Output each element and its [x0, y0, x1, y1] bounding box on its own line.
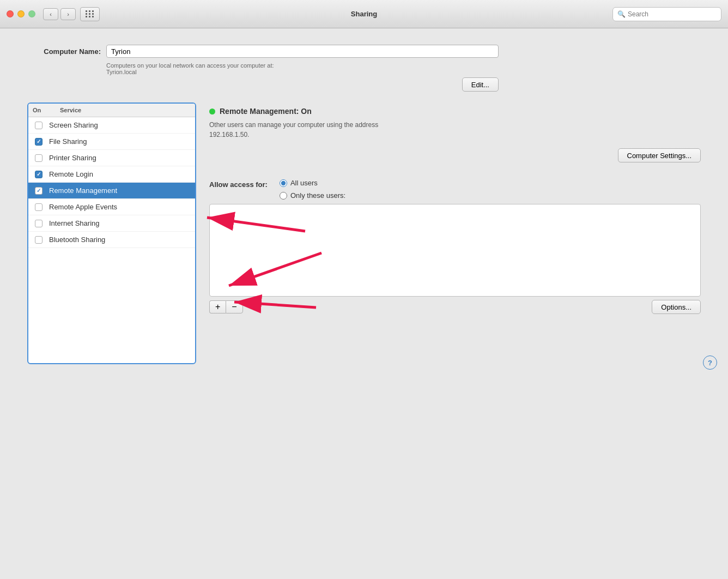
checkbox-bluetooth-sharing[interactable] [35, 236, 43, 244]
users-controls: + − Options... [209, 300, 701, 314]
service-name-file-sharing: File Sharing [49, 137, 87, 146]
checkbox-printer-sharing[interactable] [35, 154, 43, 162]
services-panel: On Service Screen Sharing File Sharing P… [27, 102, 701, 364]
service-name-remote-login: Remote Login [49, 170, 93, 178]
titlebar: ‹ › Sharing 🔍 [0, 0, 728, 28]
computer-settings-button[interactable]: Computer Settings... [618, 148, 701, 162]
options-button[interactable]: Options... [652, 300, 701, 314]
computer-name-row: Computer Name: [27, 45, 701, 58]
close-button[interactable] [7, 10, 14, 17]
status-dot [209, 108, 215, 114]
search-input[interactable] [628, 10, 717, 18]
service-item-remote-login[interactable]: Remote Login [28, 166, 195, 183]
radio-all-users[interactable] [280, 179, 287, 187]
nav-buttons: ‹ › [43, 8, 76, 20]
maximize-button[interactable] [28, 10, 35, 17]
service-item-remote-apple-events[interactable]: Remote Apple Events [28, 199, 195, 215]
service-list-header: On Service [28, 104, 195, 117]
radio-all-users-row: All users [280, 179, 345, 187]
allow-access-section: Allow access for: All users Only these u… [209, 179, 701, 314]
search-box[interactable]: 🔍 [612, 7, 721, 21]
radio-all-users-label: All users [290, 179, 318, 187]
checkbox-screen-sharing[interactable] [35, 122, 43, 129]
service-item-screen-sharing[interactable]: Screen Sharing [28, 117, 195, 134]
service-name-remote-management: Remote Management [49, 186, 117, 195]
service-name-internet-sharing: Internet Sharing [49, 219, 100, 227]
status-text: Remote Management: On [220, 107, 312, 116]
users-list-box [209, 204, 701, 297]
traffic-lights [7, 10, 35, 17]
computer-name-hint: Computers on your local network can acce… [106, 62, 701, 75]
checkbox-internet-sharing[interactable] [35, 220, 43, 227]
service-name-remote-apple-events: Remote Apple Events [49, 203, 117, 211]
checkbox-remote-apple-events[interactable] [35, 203, 43, 211]
checkbox-remote-management[interactable] [35, 187, 43, 195]
edit-btn-row: Edit... [27, 77, 499, 92]
help-button[interactable]: ? [703, 355, 717, 370]
window-title: Sharing [351, 10, 377, 18]
computer-name-input[interactable] [106, 45, 499, 58]
add-user-button[interactable]: + [209, 300, 226, 313]
status-row: Remote Management: On [209, 107, 701, 116]
status-description: Other users can manage your computer usi… [209, 120, 701, 140]
service-item-bluetooth-sharing[interactable]: Bluetooth Sharing [28, 232, 195, 248]
computer-name-label: Computer Name: [27, 47, 101, 56]
allow-access-row: Allow access for: All users Only these u… [209, 179, 701, 200]
allow-access-label: Allow access for: [209, 180, 268, 189]
app-grid-button[interactable] [80, 7, 100, 21]
radio-only-these[interactable] [280, 192, 287, 200]
service-name-screen-sharing: Screen Sharing [49, 121, 98, 129]
service-name-bluetooth-sharing: Bluetooth Sharing [49, 236, 105, 244]
remove-user-button[interactable]: − [226, 300, 242, 313]
service-item-printer-sharing[interactable]: Printer Sharing [28, 150, 195, 166]
minimize-button[interactable] [17, 10, 25, 17]
radio-group: All users Only these users: [280, 179, 345, 200]
search-icon: 🔍 [617, 10, 626, 18]
main-content: Computer Name: Computers on your local n… [0, 28, 728, 381]
service-item-remote-management[interactable]: Remote Management [28, 183, 195, 199]
add-remove-buttons: + − [209, 300, 243, 313]
checkbox-file-sharing[interactable] [35, 138, 43, 146]
edit-button[interactable]: Edit... [462, 77, 499, 92]
radio-only-these-row: Only these users: [280, 191, 345, 200]
service-name-printer-sharing: Printer Sharing [49, 154, 96, 162]
computer-settings-btn-row: Computer Settings... [209, 148, 701, 162]
forward-button[interactable]: › [60, 8, 76, 20]
right-panel: Remote Management: On Other users can ma… [209, 102, 701, 364]
service-item-file-sharing[interactable]: File Sharing [28, 134, 195, 150]
checkbox-remote-login[interactable] [35, 171, 43, 178]
service-item-internet-sharing[interactable]: Internet Sharing [28, 215, 195, 232]
back-button[interactable]: ‹ [43, 8, 58, 20]
service-list: On Service Screen Sharing File Sharing P… [27, 102, 196, 364]
radio-only-these-label: Only these users: [290, 191, 345, 200]
